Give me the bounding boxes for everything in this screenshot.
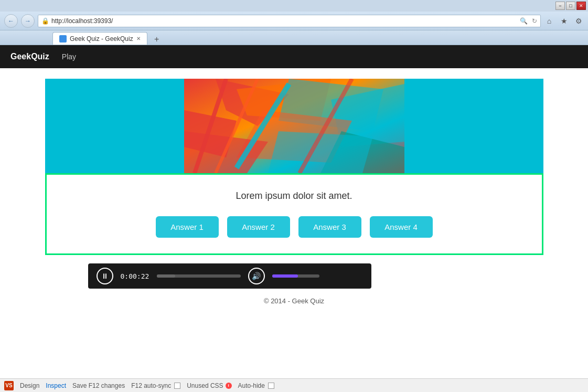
vs-logo: VS <box>4 381 14 390</box>
volume-icon: 🔊 <box>252 272 261 280</box>
copyright-text: © 2014 - Geek Quiz <box>264 297 324 305</box>
save-f12-button[interactable]: Save F12 changes <box>72 382 125 389</box>
tab-bar: Geek Quiz - GeekQuiz ✕ + <box>0 30 588 45</box>
answer-button-1[interactable]: Answer 1 <box>156 216 219 238</box>
progress-bar[interactable] <box>157 274 241 278</box>
title-bar: − □ ✕ <box>0 0 588 12</box>
progress-fill <box>157 274 175 278</box>
volume-fill <box>272 274 298 278</box>
unused-css-toggle[interactable]: Unused CSS i <box>187 382 231 389</box>
nav-icons: ⌂ ★ ⚙ <box>544 16 584 26</box>
favorites-icon[interactable]: ★ <box>559 16 569 26</box>
play-nav-link[interactable]: Play <box>62 52 76 61</box>
browser-content: GeekQuiz Play <box>0 45 588 392</box>
design-button[interactable]: Design <box>20 382 39 389</box>
quiz-art-canvas <box>184 79 404 173</box>
app-navbar: GeekQuiz Play <box>0 45 588 68</box>
tab-label: Geek Quiz - GeekQuiz <box>70 35 133 43</box>
art-svg <box>184 79 404 173</box>
window-controls: − □ ✕ <box>555 2 586 10</box>
back-button[interactable]: ← <box>4 14 18 28</box>
main-content: Lorem ipsum dolor sit amet. Answer 1 Ans… <box>0 68 588 378</box>
home-icon[interactable]: ⌂ <box>544 16 554 26</box>
answers-row: Answer 1 Answer 2 Answer 3 Answer 4 <box>68 216 521 238</box>
settings-icon[interactable]: ⚙ <box>573 16 584 26</box>
refresh-icon[interactable]: ↻ <box>532 17 537 25</box>
pause-button[interactable]: ⏸ <box>97 268 113 284</box>
autohide-toggle[interactable]: Auto-hide <box>238 382 274 389</box>
autohide-checkbox[interactable] <box>268 383 274 389</box>
new-tab-button[interactable]: + <box>152 34 162 45</box>
time-display: 0:00:22 <box>121 272 149 280</box>
quiz-container: Lorem ipsum dolor sit amet. Answer 1 Ans… <box>45 79 543 255</box>
lock-icon: 🔒 <box>41 17 49 25</box>
forward-button[interactable]: → <box>21 14 35 28</box>
dev-toolbar: VS Design Inspect Save F12 changes F12 a… <box>0 378 588 392</box>
browser-window: − □ ✕ ← → 🔒 🔍 ↻ ⌂ ★ ⚙ Geek Quiz - GeekQu… <box>0 0 588 392</box>
inspect-button[interactable]: Inspect <box>46 382 66 389</box>
answer-button-4[interactable]: Answer 4 <box>370 216 433 238</box>
volume-bar[interactable] <box>272 274 319 278</box>
maximize-button[interactable]: □ <box>566 2 575 10</box>
search-icon: 🔍 <box>520 17 528 25</box>
app-brand: GeekQuiz <box>10 52 49 61</box>
f12-autosync-toggle[interactable]: F12 auto-sync <box>131 382 180 389</box>
media-player: ⏸ 0:00:22 🔊 <box>88 263 371 289</box>
close-button[interactable]: ✕ <box>576 2 586 10</box>
address-bar[interactable]: 🔒 🔍 ↻ <box>38 15 541 27</box>
content-wrapper: Lorem ipsum dolor sit amet. Answer 1 Ans… <box>45 68 543 313</box>
answer-button-2[interactable]: Answer 2 <box>227 216 290 238</box>
app-footer: © 2014 - Geek Quiz <box>222 289 366 313</box>
question-text: Lorem ipsum dolor sit amet. <box>68 190 521 202</box>
autosync-checkbox[interactable] <box>174 383 180 389</box>
volume-button[interactable]: 🔊 <box>248 268 265 284</box>
answer-button-3[interactable]: Answer 3 <box>298 216 361 238</box>
minimize-button[interactable]: − <box>555 2 565 10</box>
active-tab[interactable]: Geek Quiz - GeekQuiz ✕ <box>52 32 147 45</box>
question-box: Lorem ipsum dolor sit amet. Answer 1 Ans… <box>45 173 543 255</box>
tab-favicon <box>59 35 67 43</box>
tab-close-button[interactable]: ✕ <box>136 36 141 41</box>
unused-css-indicator: i <box>226 383 232 389</box>
quiz-image-area <box>45 79 543 173</box>
url-input[interactable] <box>51 17 518 25</box>
nav-bar: ← → 🔒 🔍 ↻ ⌂ ★ ⚙ <box>0 12 588 30</box>
